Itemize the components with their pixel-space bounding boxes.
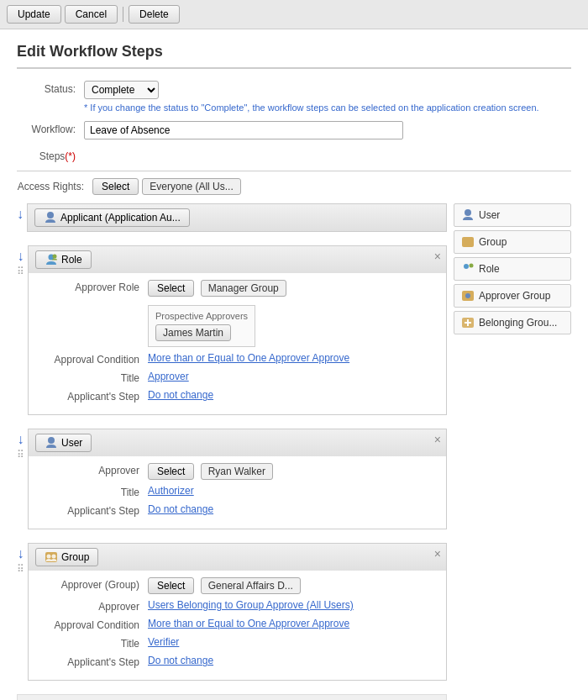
user-title-row: Title Authorizer [39, 485, 436, 498]
svg-point-19 [465, 293, 470, 298]
applicant-label: Applicant (Application Au... [60, 212, 181, 224]
role-title-link[interactable]: Approver [148, 371, 189, 382]
role-select-button[interactable]: Select [148, 280, 194, 297]
user-title-value: Authorizer [148, 485, 436, 497]
group-approver-group-row: Approver (Group) Select General Affairs … [39, 577, 436, 594]
role-type-button[interactable]: Role [35, 250, 92, 269]
applicant-icon [44, 211, 57, 224]
group-applicants-step-link[interactable]: Do not change [148, 655, 213, 666]
role-drag-handle[interactable]: ⠿ [17, 266, 24, 277]
user-select-button[interactable]: Select [148, 463, 194, 480]
role-type-label: Role [61, 254, 82, 266]
group-approver-link[interactable]: Users Belonging to Group Approve (All Us… [148, 599, 354, 611]
role-title-value: Approver [148, 371, 436, 382]
sidebar-item-role[interactable]: Role [454, 257, 571, 281]
page-content: Edit Workflow Steps Status: Complete Inc… [0, 29, 588, 700]
sidebar-role-label: Role [479, 263, 500, 275]
sidebar-role-icon [461, 262, 475, 276]
prospective-label [39, 302, 148, 303]
role-close-button[interactable]: × [434, 250, 441, 262]
group-type-button[interactable]: Group [35, 548, 98, 566]
user-type-button[interactable]: User [35, 434, 92, 452]
role-down-arrow[interactable]: ↓ [18, 249, 24, 264]
access-rights-value: Everyone (All Us... [142, 178, 240, 195]
applicant-down-arrow[interactable]: ↓ [17, 207, 24, 222]
sidebar-approver-group-label: Approver Group [479, 290, 550, 302]
user-icon [45, 436, 58, 450]
steps-row: Steps(*) [17, 148, 571, 162]
group-down-arrow[interactable]: ↓ [18, 546, 24, 561]
sidebar-approver-group-icon [461, 289, 475, 303]
user-applicants-step-link[interactable]: Do not change [148, 503, 213, 515]
user-step-wrapper: ↓ ⠿ User × [17, 429, 447, 536]
group-applicants-step-label: Applicant's Step [39, 655, 148, 668]
user-approver-value: Select Ryan Walker [148, 463, 436, 480]
sidebar: User Group Role Approver [454, 203, 571, 700]
prospective-value: Prospective Approvers James Martin [148, 302, 436, 347]
workflow-input[interactable] [84, 121, 403, 139]
group-icon [45, 550, 58, 564]
role-step-wrapper: ↓ ⠿ Role × [17, 245, 447, 422]
user-title-link[interactable]: Authorizer [148, 485, 194, 497]
update-button-top[interactable]: Update [7, 5, 61, 24]
divider [17, 171, 571, 171]
applicant-step-wrapper: ↓ Applicant (Application Au... [17, 203, 447, 239]
group-approval-condition-value: More than or Equal to One Approver Appro… [148, 618, 436, 629]
toolbar-divider [123, 7, 123, 22]
sidebar-group-icon [461, 235, 475, 249]
group-step-header: Group × [29, 544, 446, 571]
role-title-label: Title [39, 371, 148, 384]
svg-point-6 [52, 555, 56, 559]
sidebar-belonging-group-icon [461, 316, 475, 329]
status-select[interactable]: Complete Incomplete [84, 81, 159, 99]
sidebar-item-belonging-group[interactable]: Belonging Grou... [454, 311, 571, 334]
role-approval-condition-label: Approval Condition [39, 352, 148, 366]
svg-point-16 [464, 264, 469, 269]
top-toolbar: Update Cancel Delete [0, 0, 588, 29]
group-close-button[interactable]: × [434, 548, 441, 560]
user-down-arrow[interactable]: ↓ [18, 432, 24, 447]
role-approver-row: Approver Role Select Manager Group [39, 280, 436, 297]
sidebar-item-approver-group[interactable]: Approver Group [454, 284, 571, 308]
group-approval-condition-label: Approval Condition [39, 618, 148, 631]
group-step-body: Approver (Group) Select General Affairs … [29, 571, 446, 680]
sidebar-item-user[interactable]: User [454, 203, 571, 227]
applicant-button[interactable]: Applicant (Application Au... [34, 208, 190, 227]
user-type-label: User [61, 437, 82, 449]
access-rights-label: Access Rights: [17, 181, 92, 192]
user-approver-label: Approver [39, 463, 148, 476]
group-step-wrapper: ↓ ⠿ Group [17, 543, 447, 687]
status-row: Status: Complete Incomplete * If you cha… [17, 81, 571, 113]
status-label: Status: [17, 81, 84, 95]
user-close-button[interactable]: × [434, 434, 441, 445]
role-applicants-step-link[interactable]: Do not change [148, 389, 213, 401]
group-approval-condition-link[interactable]: More than or Equal to One Approver Appro… [148, 618, 349, 629]
user-title-label: Title [39, 485, 148, 498]
sidebar-belonging-group-label: Belonging Grou... [479, 317, 557, 329]
group-approver-label: Approver [39, 599, 148, 613]
sidebar-user-label: User [479, 209, 500, 221]
prospective-row: Prospective Approvers James Martin [39, 302, 436, 347]
group-title-link[interactable]: Verifier [148, 636, 179, 648]
user-approver-row: Approver Select Ryan Walker [39, 463, 436, 480]
group-applicants-step-value: Do not change [148, 655, 436, 666]
role-icon [45, 253, 58, 266]
sidebar-item-group[interactable]: Group [454, 230, 571, 254]
svg-point-3 [48, 437, 55, 444]
main-area: ↓ Applicant (Application Au... [17, 203, 571, 700]
group-drag-handle[interactable]: ⠿ [17, 563, 24, 575]
role-approval-condition-row: Approval Condition More than or Equal to… [39, 352, 436, 366]
role-applicants-step-row: Applicant's Step Do not change [39, 389, 436, 403]
delete-button-top[interactable]: Delete [129, 5, 180, 24]
group-select-button[interactable]: Select [148, 577, 194, 594]
group-approval-condition-row: Approval Condition More than or Equal to… [39, 618, 436, 631]
access-rights-select-button[interactable]: Select [92, 178, 139, 195]
svg-point-14 [465, 209, 471, 216]
group-title-value: Verifier [148, 636, 436, 648]
cancel-button-top[interactable]: Cancel [65, 5, 118, 24]
workflow-row: Workflow: [17, 121, 571, 139]
access-rights-row: Access Rights: Select Everyone (All Us..… [17, 178, 571, 195]
user-drag-handle[interactable]: ⠿ [17, 449, 24, 461]
role-approval-condition-link[interactable]: More than or Equal to One Approver Appro… [148, 352, 349, 364]
applicant-header: Applicant (Application Au... [28, 204, 446, 231]
